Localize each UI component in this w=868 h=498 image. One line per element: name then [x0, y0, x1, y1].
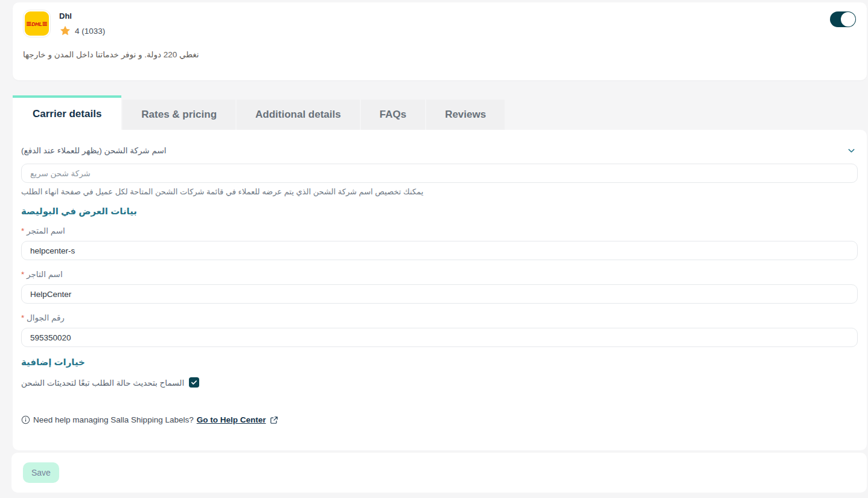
options-section-title: خيارات إضافية [21, 357, 858, 368]
merchant-name-input[interactable] [21, 284, 858, 304]
merchant-name-label: اسم التاجر * [21, 269, 858, 279]
help-center-row: Need help managing Salla Shipping Labels… [21, 415, 858, 424]
svg-text:DHL: DHL [31, 21, 42, 27]
save-button[interactable]: Save [23, 462, 59, 483]
required-marker: * [21, 226, 24, 235]
carrier-name-help-text: يمكنك تخصيص اسم شركة الشحن الذي يتم عرضه… [21, 187, 858, 196]
tab-rates-pricing[interactable]: Rates & pricing [123, 100, 235, 130]
policy-section-title: بيانات العرض في البوليصة [21, 206, 858, 217]
merchant-name-field-group: اسم التاجر * [21, 269, 858, 304]
dhl-logo-icon: DHL [25, 11, 49, 36]
carrier-header-card: DHL Dhl 4 (1033) [13, 2, 867, 80]
required-marker: * [21, 313, 24, 322]
store-name-field-group: اسم المتجر * [21, 226, 858, 260]
tab-reviews[interactable]: Reviews [426, 100, 505, 130]
checkbox-checked-icon[interactable] [189, 377, 199, 388]
carrier-enabled-toggle[interactable] [830, 11, 856, 27]
tab-carrier-details[interactable]: Carrier details [13, 95, 121, 130]
toggle-knob [841, 12, 855, 27]
external-link-icon [270, 416, 278, 424]
store-name-label: اسم المتجر * [21, 226, 858, 235]
carrier-description: نغطي 220 دولة. و نوفر خدماتنا داخل المدن… [23, 49, 856, 59]
mobile-number-field-group: رقم الجوال * [21, 313, 858, 347]
star-icon [59, 25, 71, 37]
rating-value: 4 (1033) [75, 27, 105, 36]
carrier-details-panel: اسم شركة الشحن (يظهر للعملاء عند الدفع) … [13, 130, 867, 450]
mobile-number-label: رقم الجوال * [21, 313, 858, 322]
help-center-text: Need help managing Salla Shipping Labels… [33, 415, 194, 424]
dhl-logo: DHL [23, 10, 51, 37]
mobile-number-input[interactable] [21, 328, 858, 347]
store-name-input[interactable] [21, 241, 858, 260]
carrier-name-section-label: اسم شركة الشحن (يظهر للعملاء عند الدفع) [21, 145, 166, 155]
tab-faqs[interactable]: FAQs [361, 100, 425, 130]
footer-save-bar: Save [11, 453, 867, 493]
carrier-display-name-input[interactable] [21, 164, 858, 183]
order-status-update-checkbox-row[interactable]: السماح بتحديث حالة الطلب تبعًا لتحديثات … [21, 377, 199, 388]
carrier-name-section-header: اسم شركة الشحن (يظهر للعملاء عند الدفع) [21, 145, 858, 155]
required-marker: * [21, 270, 24, 279]
carrier-settings-page: DHL Dhl 4 (1033) [0, 2, 868, 498]
chevron-down-icon[interactable] [847, 146, 858, 155]
info-icon [21, 415, 30, 424]
carrier-tabs: Carrier details Rates & pricing Addition… [13, 95, 867, 130]
order-status-update-label: السماح بتحديث حالة الطلب تبعًا لتحديثات … [21, 378, 184, 388]
carrier-title: Dhl [59, 11, 105, 21]
help-center-link[interactable]: Go to Help Center [197, 415, 266, 424]
tab-additional-details[interactable]: Additional details [237, 100, 360, 130]
